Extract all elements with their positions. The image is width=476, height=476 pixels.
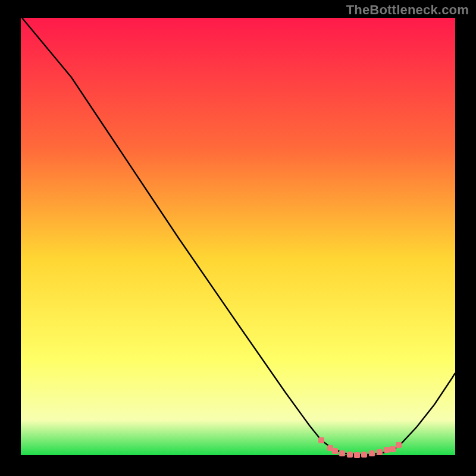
plot-background	[21, 18, 455, 455]
watermark-text: TheBottleneck.com	[346, 2, 469, 18]
optimum-dot	[347, 452, 353, 458]
optimum-dot	[396, 442, 402, 448]
optimum-dot	[377, 449, 383, 455]
optimum-dot	[390, 446, 396, 452]
optimum-dot	[332, 448, 338, 454]
optimum-dot	[384, 447, 390, 453]
optimum-dot	[339, 450, 345, 456]
bottleneck-chart-svg	[0, 0, 476, 476]
optimum-dot	[361, 452, 367, 458]
optimum-dot	[354, 452, 360, 458]
optimum-dot	[318, 437, 324, 443]
optimum-dot	[369, 450, 375, 456]
chart-frame: TheBottleneck.com	[0, 0, 476, 476]
